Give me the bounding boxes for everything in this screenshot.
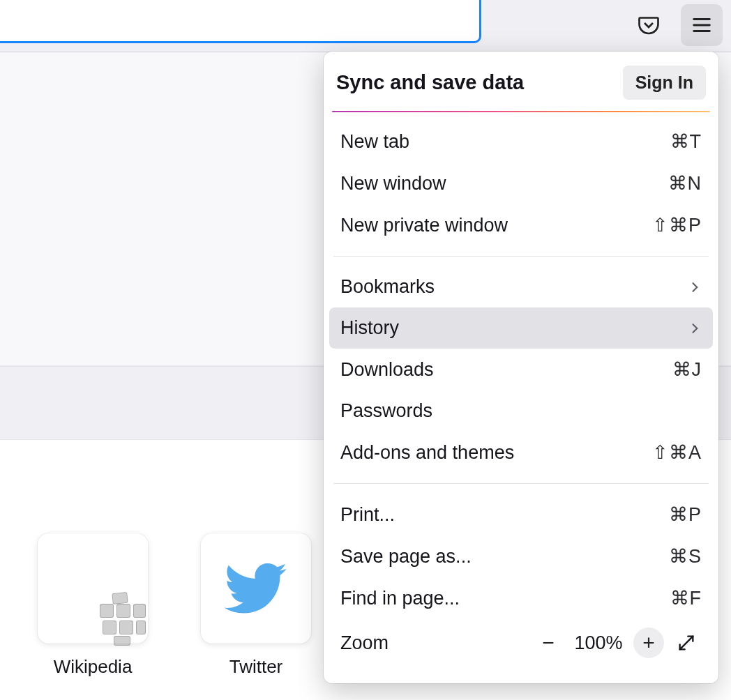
browser-toolbar: [0, 0, 731, 52]
menu-item-shortcut: ⌘T: [670, 130, 702, 153]
pocket-button[interactable]: [628, 4, 670, 46]
menu-item-print[interactable]: Print... ⌘P: [329, 494, 713, 535]
menu-item-label: Passwords: [340, 400, 432, 422]
app-menu: Sync and save data Sign In New tab ⌘T Ne…: [324, 52, 718, 683]
svg-line-3: [680, 637, 693, 650]
menu-item-passwords[interactable]: Passwords: [329, 390, 713, 432]
menu-group-3: Print... ⌘P Save page as... ⌘S Find in p…: [324, 489, 718, 671]
menu-group-1: New tab ⌘T New window ⌘N New private win…: [324, 116, 718, 250]
menu-item-label: New window: [340, 173, 446, 195]
zoom-controls: − 100% +: [533, 627, 702, 658]
menu-item-new-private-window[interactable]: New private window ⇧⌘P: [329, 204, 713, 246]
shortcut-tile[interactable]: [201, 533, 311, 644]
shortcut-label: Twitter: [229, 656, 283, 678]
menu-item-save-page[interactable]: Save page as... ⌘S: [329, 535, 713, 577]
shortcut-wikipedia[interactable]: Wikipedia: [38, 533, 148, 700]
menu-group-2: Bookmarks History Downloads ⌘J Passwords…: [324, 262, 718, 478]
menu-item-shortcut: ⇧⌘P: [652, 214, 702, 236]
menu-item-shortcut: ⌘P: [669, 503, 702, 526]
menu-item-bookmarks[interactable]: Bookmarks: [329, 266, 713, 307]
menu-item-label: Save page as...: [340, 546, 472, 568]
address-bar[interactable]: [0, 0, 481, 43]
fullscreen-icon: [677, 633, 696, 653]
plus-icon: +: [642, 631, 655, 655]
hamburger-icon: [690, 13, 714, 37]
zoom-out-button[interactable]: −: [533, 627, 564, 658]
sign-in-button[interactable]: Sign In: [623, 66, 706, 100]
app-menu-button[interactable]: [681, 4, 723, 46]
gradient-separator: [332, 111, 710, 112]
menu-item-shortcut: ⌘N: [668, 172, 702, 195]
menu-item-label: New tab: [340, 131, 409, 153]
chevron-right-icon: [688, 277, 702, 297]
menu-item-find[interactable]: Find in page... ⌘F: [329, 577, 713, 619]
twitter-icon: [223, 555, 289, 622]
minus-icon: −: [542, 631, 555, 655]
menu-separator: [333, 483, 709, 484]
menu-item-history[interactable]: History: [329, 307, 713, 349]
menu-item-label: History: [340, 317, 399, 339]
menu-item-new-window[interactable]: New window ⌘N: [329, 162, 713, 204]
menu-item-label: Print...: [340, 504, 395, 526]
address-input[interactable]: [10, 6, 469, 36]
zoom-in-button[interactable]: +: [633, 627, 664, 658]
menu-header: Sync and save data Sign In: [324, 60, 718, 111]
menu-item-label: Bookmarks: [340, 276, 435, 298]
menu-item-zoom: Zoom − 100% +: [329, 619, 713, 667]
menu-item-new-tab[interactable]: New tab ⌘T: [329, 121, 713, 162]
chevron-right-icon: [688, 319, 702, 338]
menu-item-shortcut: ⌘S: [669, 545, 702, 568]
zoom-value: 100%: [571, 632, 626, 654]
shortcut-twitter[interactable]: Twitter: [201, 533, 311, 700]
zoom-label: Zoom: [340, 632, 533, 654]
menu-item-label: Find in page...: [340, 588, 460, 609]
menu-item-label: Downloads: [340, 359, 434, 381]
menu-item-shortcut: ⌘F: [670, 587, 702, 609]
pocket-icon: [636, 13, 661, 38]
menu-item-label: Add-ons and themes: [340, 442, 514, 464]
menu-item-downloads[interactable]: Downloads ⌘J: [329, 349, 713, 390]
menu-item-addons[interactable]: Add-ons and themes ⇧⌘A: [329, 432, 713, 473]
menu-item-shortcut: ⇧⌘A: [652, 441, 702, 464]
menu-separator: [333, 256, 709, 257]
menu-item-label: New private window: [340, 215, 508, 236]
fullscreen-button[interactable]: [671, 627, 702, 658]
shortcut-label: Wikipedia: [54, 656, 133, 678]
shortcut-tile[interactable]: [38, 533, 148, 644]
menu-item-shortcut: ⌘J: [672, 358, 702, 381]
menu-title: Sync and save data: [336, 71, 524, 94]
top-sites: Wikipedia Twitter: [38, 533, 311, 700]
